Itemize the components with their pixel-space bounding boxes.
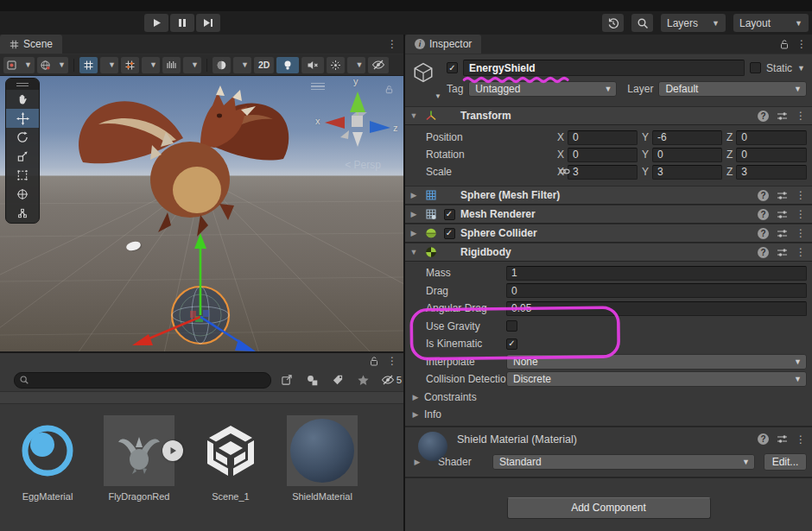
grid-snapping-button[interactable] <box>79 57 98 73</box>
preset-icon[interactable] <box>777 209 788 220</box>
kebab-menu-icon[interactable]: ⋮ <box>381 38 403 50</box>
material-preview-sphere[interactable] <box>418 432 447 461</box>
help-icon[interactable]: ? <box>758 190 769 201</box>
component-header-sphere-collider[interactable]: ▶ Sphere Collider ? ⋮ <box>405 224 812 243</box>
kebab-menu-icon[interactable]: ⋮ <box>387 355 397 367</box>
cube-icon[interactable] <box>412 61 435 84</box>
chevron-down-icon[interactable]: ▼ <box>797 64 807 73</box>
kebab-menu-icon[interactable]: ⋮ <box>796 433 806 446</box>
foldout-collapsed-icon[interactable]: ▶ <box>412 458 422 466</box>
layer-dropdown[interactable]: Default ▼ <box>658 81 807 97</box>
tab-inspector[interactable]: i Inspector <box>405 35 481 54</box>
shield-material-thumbnail[interactable] <box>287 415 358 486</box>
gizmo-y-label[interactable]: y <box>353 76 358 86</box>
project-search-input[interactable] <box>32 373 284 388</box>
gizmo-x-label[interactable]: x <box>315 116 320 126</box>
transform-tool[interactable] <box>6 185 39 204</box>
measure-button[interactable] <box>162 57 181 73</box>
collision-detection-dropdown[interactable]: Discrete ▼ <box>506 371 807 387</box>
component-header-mesh-renderer[interactable]: ▶ Mesh Renderer ? ⋮ <box>405 205 812 224</box>
interpolate-dropdown[interactable]: None ▼ <box>506 354 807 370</box>
hand-tool[interactable] <box>6 90 39 109</box>
2d-toggle[interactable]: 2D <box>254 57 274 73</box>
chevron-down-icon[interactable]: ▼ <box>435 92 441 100</box>
foldout-expanded-icon[interactable]: ▼ <box>409 111 419 120</box>
edit-shader-button[interactable]: Edit... <box>764 453 807 471</box>
rotation-x-field[interactable] <box>568 148 638 162</box>
is-kinematic-checkbox[interactable] <box>506 338 517 350</box>
kebab-menu-icon[interactable]: ⋮ <box>796 110 806 122</box>
measure-dropdown[interactable]: ▼ <box>183 57 201 73</box>
effects-button[interactable] <box>327 57 345 73</box>
asset-shield-material[interactable]: ShieldMaterial <box>283 415 361 502</box>
foldout-expanded-icon[interactable]: ▼ <box>409 248 419 256</box>
snap-increment-dropdown[interactable]: ▼ <box>142 57 160 73</box>
scale-x-field[interactable] <box>568 165 638 180</box>
kebab-menu-icon[interactable]: ⋮ <box>796 246 806 258</box>
help-icon[interactable]: ? <box>758 111 769 122</box>
component-header-transform[interactable]: ▼ Transform ? ⋮ <box>405 106 812 125</box>
unlock-icon[interactable] <box>779 39 790 49</box>
shield-sphere-gizmo[interactable] <box>121 230 276 351</box>
position-y-field[interactable] <box>652 130 722 145</box>
position-x-field[interactable] <box>568 130 638 145</box>
tool-settings-button[interactable]: ▼ <box>3 57 35 73</box>
preset-icon[interactable] <box>777 247 788 258</box>
fly-dragon-thumbnail[interactable] <box>104 415 174 486</box>
search-button[interactable] <box>631 14 653 32</box>
constraints-foldout[interactable]: ▶ Constraints <box>405 389 812 406</box>
tab-scene[interactable]: Scene <box>0 35 62 54</box>
kebab-menu-icon[interactable]: ⋮ <box>796 208 806 220</box>
asset-scene-1[interactable]: Scene_1 <box>192 415 270 502</box>
step-button[interactable] <box>196 14 220 32</box>
foldout-collapsed-icon[interactable]: ▶ <box>409 210 419 218</box>
preset-icon[interactable] <box>777 433 788 445</box>
angular-drag-field[interactable] <box>506 301 807 316</box>
custom-tool[interactable] <box>6 204 39 223</box>
lighting-toggle[interactable] <box>276 57 299 73</box>
shading-mode-dropdown[interactable]: ▼ <box>233 57 251 73</box>
info-foldout[interactable]: ▶ Info <box>405 406 812 423</box>
help-icon[interactable]: ? <box>758 247 769 258</box>
use-gravity-checkbox[interactable] <box>506 320 517 332</box>
move-tool[interactable] <box>6 109 39 128</box>
scene-thumbnail[interactable] <box>195 415 266 486</box>
mass-field[interactable] <box>506 266 807 281</box>
search-by-label-button[interactable] <box>328 372 347 389</box>
add-component-button[interactable]: Add Component <box>507 497 711 519</box>
help-icon[interactable]: ? <box>758 209 769 220</box>
component-header-rigidbody[interactable]: ▼ Rigidbody ? ⋮ <box>405 243 812 262</box>
hidden-objects-toggle[interactable]: 5 <box>379 372 403 389</box>
active-checkbox[interactable] <box>447 62 458 73</box>
component-enabled-checkbox[interactable] <box>444 209 455 220</box>
scene-viewport[interactable]: y x z < Persp <box>0 76 403 351</box>
project-search[interactable] <box>14 372 271 389</box>
favorites-button[interactable] <box>353 372 372 389</box>
pause-button[interactable] <box>170 14 194 32</box>
help-icon[interactable]: ? <box>758 433 769 445</box>
preset-icon[interactable] <box>777 190 788 201</box>
search-by-type-button[interactable] <box>302 372 321 389</box>
egg-material-thumbnail[interactable] <box>12 415 83 486</box>
preset-icon[interactable] <box>777 111 788 122</box>
help-icon[interactable]: ? <box>758 228 769 239</box>
audio-toggle[interactable] <box>301 57 324 73</box>
shading-mode-button[interactable] <box>213 57 231 73</box>
layout-dropdown[interactable]: Layout ▼ <box>733 14 809 32</box>
position-z-field[interactable] <box>736 130 807 145</box>
play-button[interactable] <box>144 14 168 32</box>
effects-dropdown[interactable]: ▼ <box>347 57 365 73</box>
undo-history-button[interactable] <box>602 14 624 32</box>
gameobject-name-field[interactable] <box>463 60 745 76</box>
handle-orientation-button[interactable]: ▼ <box>37 57 68 73</box>
foldout-collapsed-icon[interactable]: ▶ <box>409 229 419 237</box>
gizmo-persp-label[interactable]: < Persp <box>328 159 397 171</box>
dragon-model[interactable] <box>71 83 295 238</box>
scale-y-field[interactable] <box>652 165 722 180</box>
gizmo-z-label[interactable]: z <box>393 123 398 133</box>
snap-increment-button[interactable] <box>121 57 139 73</box>
scale-tool[interactable] <box>6 147 39 166</box>
prefab-play-badge[interactable] <box>162 440 183 461</box>
orientation-gizmo[interactable]: y x z < Persp <box>314 78 401 174</box>
foldout-collapsed-icon[interactable]: ▶ <box>409 191 419 199</box>
